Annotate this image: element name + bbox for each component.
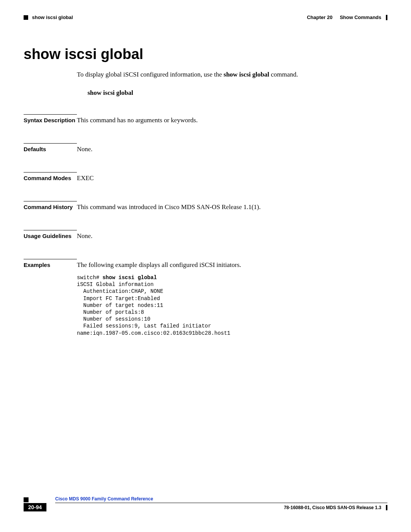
code-output: iSCSI Global information Authentication:… <box>77 281 230 336</box>
intro-command: show iscsi global <box>224 71 269 78</box>
example-intro: The following example displays all confi… <box>77 261 387 269</box>
section-syntax-description: Syntax Description This command has no a… <box>24 114 387 124</box>
footer-release-wrap: 78-16088-01, Cisco MDS SAN-OS Release 1.… <box>284 504 387 511</box>
page-title: show iscsi global <box>24 46 387 62</box>
header-section-name: show iscsi global <box>32 14 73 20</box>
section-defaults: Defaults None. <box>24 143 387 153</box>
footer-release-info: 78-16088-01, Cisco MDS SAN-OS Release 1.… <box>284 505 381 510</box>
code-block: switch# show iscsi global iSCSI Global i… <box>77 274 387 337</box>
page-footer: Cisco MDS 9000 Family Command Reference … <box>24 495 387 511</box>
section-content: This command was introduced in Cisco MDS… <box>77 201 387 211</box>
header-chapter-title: Show Commands <box>340 14 381 20</box>
section-label: Syntax Description <box>24 114 77 124</box>
section-content: The following example displays all confi… <box>77 259 387 337</box>
footer-bar-icon <box>386 505 387 510</box>
header-left: show iscsi global <box>24 14 73 20</box>
header-square-icon <box>24 15 28 20</box>
footer-square-icon <box>24 497 29 502</box>
section-command-history: Command History This command was introdu… <box>24 201 387 211</box>
section-content: EXEC <box>77 172 387 182</box>
intro-suffix: command. <box>269 71 298 78</box>
footer-bottom: 20-94 78-16088-01, Cisco MDS SAN-OS Rele… <box>24 503 387 511</box>
page-header: show iscsi global Chapter 20 Show Comman… <box>0 0 411 20</box>
page-number: 20-94 <box>24 503 46 511</box>
section-examples: Examples The following example displays … <box>24 259 387 337</box>
intro-prefix: To display global iSCSI configured infor… <box>77 71 224 78</box>
footer-book-title: Cisco MDS 9000 Family Command Reference <box>55 496 387 503</box>
header-bar-icon <box>386 15 387 20</box>
header-chapter-label: Chapter 20 <box>307 14 332 20</box>
syntax-display: show iscsi global <box>88 89 387 97</box>
footer-top: Cisco MDS 9000 Family Command Reference <box>24 495 387 503</box>
section-content: None. <box>77 143 387 153</box>
section-content: This command has no arguments or keyword… <box>77 114 387 124</box>
section-command-modes: Command Modes EXEC <box>24 172 387 182</box>
section-label: Command Modes <box>24 172 77 182</box>
section-content: None. <box>77 230 387 240</box>
code-command: show iscsi global <box>102 275 157 281</box>
code-prompt: switch# <box>77 275 102 281</box>
section-label: Defaults <box>24 143 77 153</box>
page-content: show iscsi global To display global iSCS… <box>0 20 411 337</box>
header-right: Chapter 20 Show Commands <box>307 14 387 20</box>
section-label: Examples <box>24 259 77 337</box>
section-label: Usage Guidelines <box>24 230 77 240</box>
intro-text: To display global iSCSI configured infor… <box>77 71 387 78</box>
section-usage-guidelines: Usage Guidelines None. <box>24 230 387 240</box>
section-label: Command History <box>24 201 77 211</box>
